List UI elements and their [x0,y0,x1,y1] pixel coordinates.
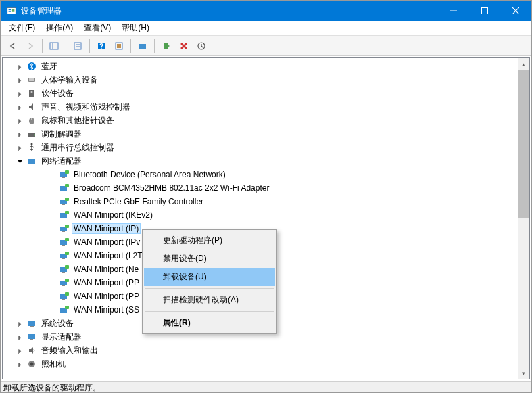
tree-category[interactable]: ⏵调制解调器 [3,127,518,141]
software-icon [26,88,37,99]
netdev-icon [59,237,70,248]
tree-container: ⏵蓝牙⏵人体学输入设备⏵软件设备⏵声音、视频和游戏控制器⏵鼠标和其他指针设备⏵调… [2,57,530,379]
tree-category[interactable]: ⏵通用串行总线控制器 [3,141,518,154]
expand-arrow-icon[interactable]: ⏵ [16,320,24,327]
svg-text:?: ? [99,43,103,50]
tree-item-label: 通用串行总线控制器 [39,141,116,154]
netdev-icon [59,183,70,193]
ctx-properties[interactable]: 属性(R) [144,314,275,332]
help-button[interactable]: ? [93,38,110,54]
ctx-uninstall-device[interactable]: 卸载设备(U) [144,268,275,286]
tree-category[interactable]: ⏵音频输入和输出 [3,344,518,357]
svg-rect-63 [62,299,65,300]
menu-file[interactable]: 文件(F) [3,21,41,35]
menu-view[interactable]: 查看(V) [78,21,116,35]
svg-rect-70 [28,334,35,339]
tree-item-label: WAN Miniport (PP [72,291,141,302]
svg-rect-67 [65,306,69,309]
show-hide-tree-button[interactable] [46,38,62,54]
tree-device[interactable]: Bluetooth Device (Personal Area Network) [3,168,518,181]
tree-category-network[interactable]: ⏷网络适配器 [3,154,518,168]
vertical-scrollbar[interactable]: ▴ ▾ [518,58,529,379]
tree-item-label: 显示适配器 [39,331,84,344]
svg-rect-34 [30,164,33,164]
uninstall-button[interactable] [176,38,192,54]
tree-device[interactable]: Realtek PCIe GbE Family Controller [3,195,518,208]
tree-item-label: Bluetooth Device (Personal Area Network) [72,169,228,180]
menu-action[interactable]: 操作(A) [41,21,78,35]
tree-device[interactable]: WAN Miniport (IKEv2) [3,208,518,222]
svg-rect-5 [482,8,488,14]
update-driver-button[interactable] [193,38,210,54]
svg-rect-10 [74,43,81,49]
netdev-icon [59,304,70,315]
expand-arrow-icon[interactable]: ⏵ [16,131,24,138]
app-icon [6,5,17,16]
expand-arrow-icon[interactable]: ⏵ [16,103,24,111]
expand-arrow-icon[interactable]: ⏵ [16,333,24,341]
back-button[interactable] [5,38,21,54]
svg-rect-52 [65,238,69,241]
tree-item-label: WAN Miniport (IP) [72,223,141,234]
ctx-separator [145,311,274,312]
scan-hardware-button[interactable] [135,38,151,54]
toolbar-separator [89,39,90,53]
svg-rect-40 [65,184,69,187]
expand-arrow-icon[interactable]: ⏵ [16,117,24,124]
tree-device[interactable]: Broadcom BCM4352HMB 802.11ac 2x2 Wi-Fi A… [3,181,518,195]
svg-point-73 [30,363,34,366]
tree-category[interactable]: ⏵声音、视频和游戏控制器 [3,100,518,114]
toolbar-separator [130,39,131,53]
ctx-update-driver[interactable]: 更新驱动程序(P) [144,231,275,250]
tree-item-label: Realtek PCIe GbE Family Controller [72,196,205,207]
expand-arrow-icon[interactable]: ⏵ [16,90,24,97]
maximize-button[interactable] [469,1,500,21]
ctx-scan-hardware[interactable]: 扫描检测硬件改动(A) [144,291,275,309]
toolbar-separator [154,39,155,53]
ctx-disable-device[interactable]: 禁用设备(D) [144,250,275,268]
tree-item-label: 软件设备 [39,87,76,100]
svg-rect-69 [30,326,34,327]
menu-help[interactable]: 帮助(H) [116,21,155,35]
expand-arrow-icon[interactable]: ⏵ [16,76,24,84]
netdev-icon [59,196,70,207]
tree-category[interactable]: ⏵照相机 [3,357,518,371]
svg-point-27 [31,91,33,93]
svg-point-31 [34,135,35,136]
netdev-icon [59,250,70,261]
modem-icon [26,129,37,139]
mouse-icon [26,115,37,126]
minimize-button[interactable] [438,1,469,21]
scroll-down-icon[interactable]: ▾ [518,367,529,379]
status-bar: 卸载所选设备的驱动程序。 [1,381,531,393]
scroll-up-icon[interactable]: ▴ [518,58,529,70]
scrollbar-thumb[interactable] [518,70,529,218]
netdev-icon [59,169,70,180]
svg-rect-19 [164,43,168,49]
network-icon [26,156,37,166]
expand-arrow-icon[interactable]: ⏷ [16,158,24,165]
action-button[interactable] [111,38,127,54]
system-icon [26,318,37,329]
expand-arrow-icon[interactable]: ⏵ [16,63,24,70]
toolbar: ? [1,36,531,56]
enable-button[interactable] [158,38,174,54]
tree-category[interactable]: ⏵蓝牙 [3,60,518,73]
svg-rect-1 [9,9,11,10]
svg-rect-55 [65,252,69,255]
expand-arrow-icon[interactable]: ⏵ [16,347,24,354]
close-button[interactable] [500,1,531,21]
sound-icon [26,101,37,112]
svg-rect-46 [65,211,69,214]
tree-category[interactable]: ⏵鼠标和其他指针设备 [3,114,518,127]
svg-rect-45 [62,218,65,218]
tree-category[interactable]: ⏵人体学输入设备 [3,73,518,87]
netdev-icon [59,223,70,234]
tree-item-label: WAN Miniport (IPv [72,237,142,248]
expand-arrow-icon[interactable]: ⏵ [16,144,24,152]
tree-item-label: 网络适配器 [39,155,84,168]
properties-button[interactable] [70,38,86,54]
expand-arrow-icon[interactable]: ⏵ [16,361,24,368]
forward-button[interactable] [22,38,39,54]
tree-category[interactable]: ⏵软件设备 [3,87,518,100]
